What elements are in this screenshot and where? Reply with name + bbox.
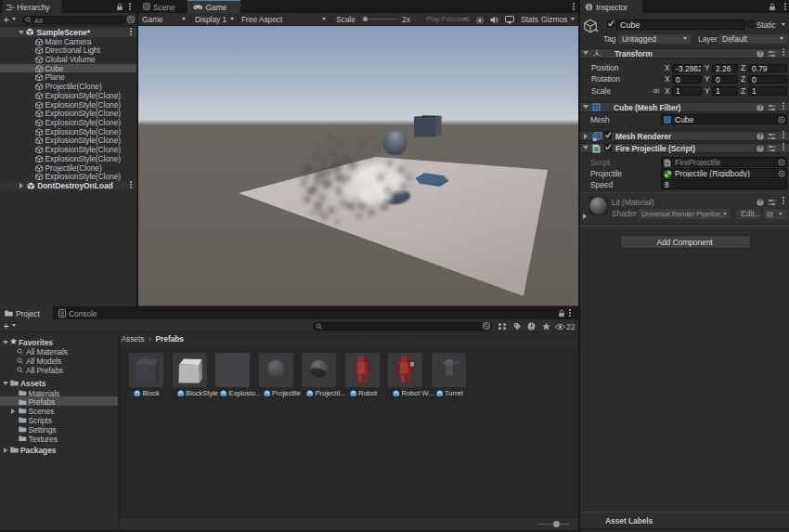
svg-text:?: ? [758,145,762,151]
svg-text:?: ? [758,133,762,139]
svg-text:?: ? [758,50,762,57]
svg-text:?: ? [758,104,762,110]
svg-text:?: ? [758,199,762,205]
